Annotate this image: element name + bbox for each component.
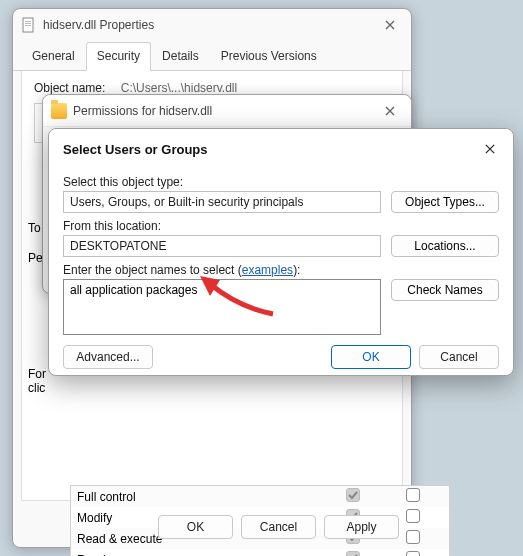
select-users-title: Select Users or Groups	[63, 142, 208, 157]
properties-titlebar: hidserv.dll Properties	[13, 9, 411, 41]
close-icon[interactable]	[375, 13, 405, 37]
properties-footer: OK Cancel Apply	[158, 515, 399, 539]
locations-button[interactable]: Locations...	[391, 235, 499, 257]
for-click-fragment: For clic	[28, 367, 46, 395]
properties-file-icon	[21, 17, 37, 33]
object-type-field: Users, Groups, or Built-in security prin…	[63, 191, 381, 213]
select-users-window: Select Users or Groups Select this objec…	[48, 128, 514, 376]
object-types-button[interactable]: Object Types...	[391, 191, 499, 213]
object-names-label: Enter the object names to select (exampl…	[63, 263, 499, 277]
apply-button[interactable]: Apply	[324, 515, 399, 539]
examples-link[interactable]: examples	[242, 263, 293, 277]
permissions-title: Permissions for hidserv.dll	[73, 104, 212, 118]
tab-general[interactable]: General	[21, 42, 86, 71]
object-type-label: Select this object type:	[63, 175, 499, 189]
select-users-footer: Advanced... OK Cancel	[63, 345, 499, 369]
select-users-content: Select this object type: Users, Groups, …	[49, 175, 513, 379]
properties-title: hidserv.dll Properties	[43, 18, 154, 32]
checkbox-allow[interactable]	[346, 488, 360, 502]
tab-security[interactable]: Security	[86, 42, 151, 71]
perm-row: Full control	[71, 486, 449, 507]
svg-rect-1	[25, 21, 31, 22]
check-names-button[interactable]: Check Names	[391, 279, 499, 301]
close-icon[interactable]	[375, 99, 405, 123]
checkbox-deny[interactable]	[406, 509, 420, 523]
properties-tabs: General Security Details Previous Versio…	[13, 41, 411, 71]
tab-details[interactable]: Details	[151, 42, 210, 71]
location-label: From this location:	[63, 219, 499, 233]
object-names-input[interactable]	[63, 279, 381, 335]
checkbox-allow[interactable]	[346, 551, 360, 556]
object-name-label: Object name:	[34, 81, 105, 95]
object-name-row: Object name: C:\Users\...\hidserv.dll	[34, 81, 390, 95]
select-users-titlebar: Select Users or Groups	[49, 129, 513, 169]
svg-rect-2	[25, 23, 31, 24]
ok-button[interactable]: OK	[158, 515, 233, 539]
checkbox-deny[interactable]	[406, 551, 420, 556]
cancel-button[interactable]: Cancel	[419, 345, 499, 369]
cancel-button[interactable]: Cancel	[241, 515, 316, 539]
folder-icon	[51, 103, 67, 119]
tab-previous-versions[interactable]: Previous Versions	[210, 42, 328, 71]
pe-fragment: Pe	[28, 251, 43, 265]
to-fragment: To	[28, 221, 41, 235]
location-field: DESKTOPATONE	[63, 235, 381, 257]
permissions-titlebar: Permissions for hidserv.dll	[43, 95, 411, 127]
object-name-value: C:\Users\...\hidserv.dll	[121, 81, 237, 95]
advanced-button[interactable]: Advanced...	[63, 345, 153, 369]
close-icon[interactable]	[475, 137, 505, 161]
svg-rect-3	[25, 25, 31, 26]
checkbox-deny[interactable]	[406, 530, 420, 544]
perm-row: Read	[71, 549, 449, 556]
ok-button[interactable]: OK	[331, 345, 411, 369]
checkbox-deny[interactable]	[406, 488, 420, 502]
